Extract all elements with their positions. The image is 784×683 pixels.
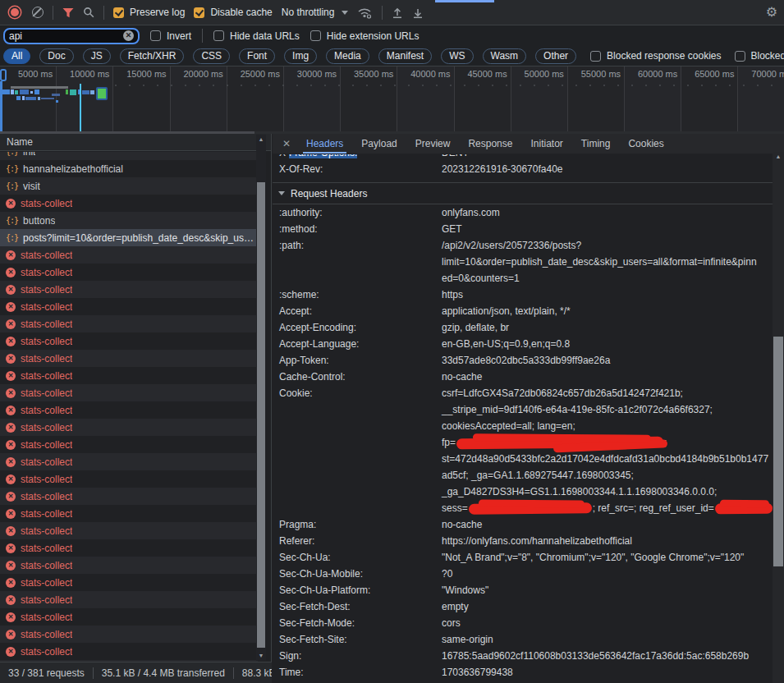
tab-headers[interactable]: Headers — [297, 134, 352, 154]
request-row[interactable]: {:}buttons — [0, 212, 258, 229]
header-value-line: st=472d48a90d5433bfc2a2d17042e4dfdcafd31… — [442, 451, 773, 467]
request-name: stats-collect — [21, 525, 72, 537]
filter-pill-fetch-xhr[interactable]: Fetch/XHR — [120, 48, 185, 64]
request-list-scrollbar[interactable]: ▲ ▼ — [256, 135, 266, 661]
filter-input[interactable]: api ✕ — [3, 28, 140, 44]
name-column-header[interactable]: Name — [0, 134, 271, 151]
request-row[interactable]: ✕stats-collect — [0, 643, 258, 660]
request-row[interactable]: ✕stats-collect — [0, 367, 258, 384]
checkbox-invert[interactable]: Invert — [150, 30, 191, 42]
checkbox-hide-data-urls[interactable]: Hide data URLs — [213, 30, 300, 42]
request-row[interactable]: ✕stats-collect — [0, 298, 258, 315]
request-name: stats-collect — [21, 629, 72, 640]
request-row[interactable]: ✕stats-collect — [0, 522, 258, 539]
throttling-dropdown[interactable]: No throttling — [282, 7, 349, 18]
overview-selection-handle-line[interactable] — [0, 81, 2, 131]
filter-pill-img[interactable]: Img — [284, 48, 317, 64]
header-row: Sec-Ch-Ua:"Not_A Brand";v="8", "Chromium… — [273, 549, 773, 566]
request-name: stats-collect — [21, 267, 72, 278]
request-row[interactable]: ✕stats-collect — [0, 608, 258, 626]
tab-timing[interactable]: Timing — [572, 134, 620, 154]
request-row[interactable]: {:}hannahelizabethofficial — [0, 160, 258, 177]
request-row[interactable]: ✕stats-collect — [0, 574, 258, 591]
header-value-line: ?0 — [442, 566, 773, 582]
filter-pill-ws[interactable]: WS — [441, 48, 473, 64]
request-row[interactable]: {:}visit — [0, 177, 258, 195]
network-overview-timeline[interactable]: 5000 ms10000 ms15000 ms20000 ms25000 ms3… — [0, 66, 784, 131]
checkbox-blocked-response-cookies[interactable]: Blocked response cookies — [590, 50, 721, 62]
header-value: "Not_A Brand";v="8", "Chromium";v="120",… — [442, 549, 773, 566]
request-row[interactable]: {:}posts?limit=10&order=publish_date_des… — [0, 229, 258, 246]
checkbox-preserve-log[interactable]: Preserve log — [113, 7, 185, 18]
tab-response[interactable]: Response — [459, 134, 521, 154]
request-row[interactable]: ✕stats-collect — [0, 626, 258, 643]
tab-cookies[interactable]: Cookies — [619, 134, 672, 154]
request-row[interactable]: ✕stats-collect — [0, 401, 258, 419]
section-header-request-headers[interactable]: Request Headers — [273, 182, 773, 204]
filter-pill-css[interactable]: CSS — [193, 48, 230, 64]
request-row[interactable]: ✕stats-collect — [0, 332, 258, 350]
hide-data-urls-checkbox-icon — [213, 30, 224, 41]
scrollbar-thumb[interactable] — [773, 337, 783, 566]
network-conditions-icon[interactable] — [357, 7, 373, 19]
tab-payload[interactable]: Payload — [352, 134, 406, 154]
request-list-pane: Name {:}init{:}hannahelizabethofficial{:… — [0, 134, 272, 683]
request-row[interactable]: ✕stats-collect — [0, 505, 258, 522]
checkbox-blocked-requests[interactable]: Blocked requests — [735, 50, 784, 62]
filter-pill-other[interactable]: Other — [535, 48, 576, 64]
search-icon[interactable] — [83, 7, 94, 18]
request-row[interactable]: ✕stats-collect — [0, 315, 258, 332]
request-row[interactable]: ✕stats-collect — [0, 246, 258, 264]
header-value-line: cors — [442, 615, 773, 631]
request-row[interactable]: ✕stats-collect — [0, 264, 258, 281]
scrollbar-thumb[interactable] — [257, 182, 265, 648]
waterfall-bar — [82, 90, 89, 94]
filter-pill-all[interactable]: All — [3, 48, 30, 64]
filter-pill-js[interactable]: JS — [83, 48, 111, 64]
scrollbar-up-arrow-icon[interactable]: ▲ — [256, 135, 266, 144]
header-name: Pragma: — [279, 516, 442, 533]
overview-scrollbar-thumb[interactable] — [0, 131, 254, 134]
checkbox-disable-cache[interactable]: Disable cache — [194, 7, 272, 18]
close-details-icon[interactable]: ✕ — [276, 134, 297, 154]
filter-pill-font[interactable]: Font — [239, 48, 275, 64]
request-row[interactable]: ✕stats-collect — [0, 350, 258, 367]
scrollbar-down-arrow-icon[interactable]: ▼ — [256, 651, 266, 661]
request-name: stats-collect — [21, 646, 72, 658]
filter-pill-doc[interactable]: Doc — [39, 48, 73, 64]
clear-filter-icon[interactable]: ✕ — [123, 30, 134, 41]
filter-pill-media[interactable]: Media — [326, 48, 369, 64]
header-name: Sec-Ch-Ua-Platform: — [279, 582, 442, 598]
overview-horizontal-scrollbar[interactable] — [0, 131, 784, 134]
request-row[interactable]: ✕stats-collect — [0, 384, 258, 401]
request-row[interactable]: ✕stats-collect — [0, 470, 258, 488]
tab-preview[interactable]: Preview — [406, 134, 460, 154]
clear-network-log-icon[interactable] — [32, 7, 44, 18]
request-row[interactable]: ✕stats-collect — [0, 436, 258, 453]
request-row[interactable]: {:}init — [0, 152, 258, 160]
header-value-line: "Windows" — [442, 582, 773, 598]
request-row[interactable]: ✕stats-collect — [0, 281, 258, 298]
fetch-request-icon: {:} — [6, 233, 18, 242]
request-row[interactable]: ✕stats-collect — [0, 419, 258, 436]
request-row[interactable]: ✕stats-collect — [0, 591, 258, 608]
tab-initiator[interactable]: Initiator — [521, 134, 571, 154]
settings-gear-icon[interactable]: ⚙ — [766, 6, 777, 19]
overview-selection-handle[interactable] — [0, 69, 7, 81]
checkbox-hide-extension-urls[interactable]: Hide extension URLs — [310, 30, 420, 42]
scrollbar-up-arrow-icon[interactable]: ▲ — [773, 152, 784, 162]
header-name: :method: — [279, 221, 442, 237]
request-row[interactable]: ✕stats-collect — [0, 557, 258, 574]
filter-icon[interactable] — [62, 7, 74, 18]
request-row[interactable]: ✕stats-collect — [0, 488, 258, 505]
import-har-icon[interactable] — [392, 7, 403, 19]
request-row[interactable]: ✕stats-collect — [0, 539, 258, 557]
filter-pill-manifest[interactable]: Manifest — [378, 48, 432, 64]
request-row[interactable]: ✕stats-collect — [0, 195, 258, 212]
header-value-line: https — [442, 286, 773, 303]
request-row[interactable]: ✕stats-collect — [0, 453, 258, 470]
details-scrollbar[interactable]: ▲ — [773, 152, 784, 683]
export-har-icon[interactable] — [412, 7, 424, 19]
filter-pill-wasm[interactable]: Wasm — [483, 48, 527, 64]
record-network-log-icon[interactable] — [11, 8, 19, 16]
